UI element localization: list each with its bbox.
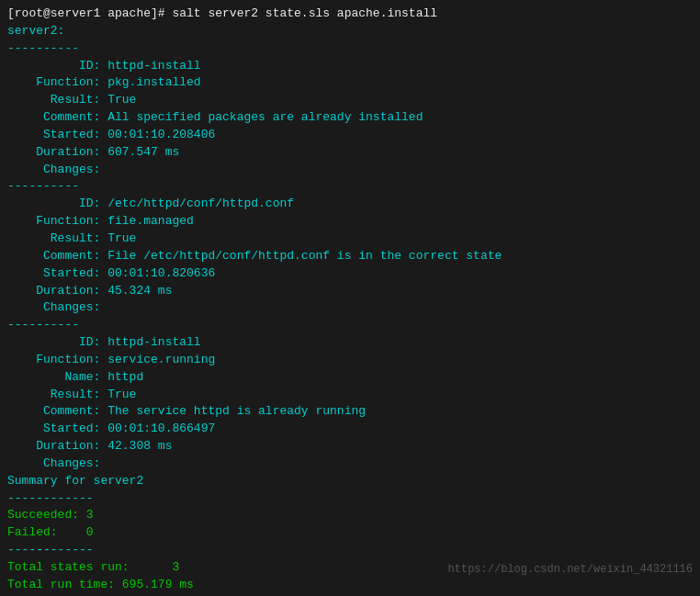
- terminal-line: ----------: [7, 40, 693, 58]
- terminal-line: ID: httpd-install: [7, 58, 693, 75]
- terminal-line: Total run time: 695.179 ms: [7, 577, 693, 594]
- terminal-line: ID: /etc/httpd/conf/httpd.conf: [7, 196, 693, 213]
- terminal-line: Comment: All specified packages are alre…: [7, 109, 693, 127]
- watermark: https://blog.csdn.net/weixin_44321116: [448, 563, 693, 576]
- terminal-line: Changes:: [7, 162, 693, 179]
- terminal-line: Function: service.running: [7, 352, 693, 369]
- terminal-line: Changes:: [7, 455, 693, 473]
- terminal-line: Comment: The service httpd is already ru…: [7, 403, 693, 421]
- terminal-line: Result: True: [7, 231, 693, 248]
- terminal-line: Duration: 607.547 ms: [7, 144, 693, 162]
- terminal-line: Started: 00:01:10.866497: [7, 421, 693, 438]
- terminal-line: ----------: [7, 317, 693, 334]
- terminal-line: Failed: 0: [7, 524, 693, 542]
- terminal-window: [root@server1 apache]# salt server2 stat…: [0, 0, 700, 596]
- terminal-line: server2:: [7, 23, 693, 40]
- terminal-line: Started: 00:01:10.208406: [7, 127, 693, 144]
- terminal-line: Name: httpd: [7, 369, 693, 387]
- terminal-line: Changes:: [7, 299, 693, 317]
- terminal-line: ------------: [7, 542, 693, 559]
- terminal-line: Function: file.managed: [7, 213, 693, 231]
- terminal-line: Result: True: [7, 387, 693, 404]
- terminal-line: Started: 00:01:10.820636: [7, 265, 693, 283]
- terminal-line: Succeeded: 3: [7, 507, 693, 524]
- terminal-line: ------------: [7, 490, 693, 508]
- terminal-line: Function: pkg.installed: [7, 74, 693, 92]
- terminal-line: Duration: 42.308 ms: [7, 438, 693, 455]
- terminal-line: Result: True: [7, 92, 693, 109]
- terminal-line: [root@server1 apache]# salt server2 stat…: [7, 6, 693, 23]
- terminal-line: Comment: File /etc/httpd/conf/httpd.conf…: [7, 248, 693, 265]
- terminal-line: Summary for server2: [7, 473, 693, 490]
- terminal-line: ID: httpd-install: [7, 334, 693, 352]
- terminal-line: Duration: 45.324 ms: [7, 283, 693, 300]
- terminal-line: ----------: [7, 178, 693, 196]
